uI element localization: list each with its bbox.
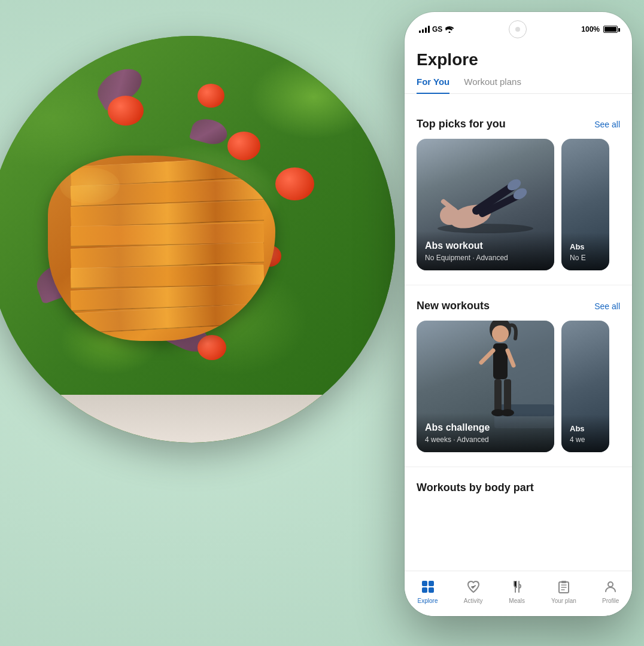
tomato [275,167,314,200]
nav-activity[interactable]: Activity [464,578,483,604]
partial-card-2-overlay: Abs 4 we [561,415,609,452]
new-workouts-title: New workouts [417,300,490,312]
carrier-label: GS [432,25,442,33]
svg-rect-15 [494,379,502,412]
chicken-highlight [60,167,120,203]
signal-bar-2 [422,29,424,33]
svg-rect-12 [493,343,508,379]
signal-area: GS [419,25,454,33]
phone-mockup: GS 100% Explore For You Workou [405,12,632,616]
clipboard-icon [555,578,572,595]
chicken-breast [48,156,275,341]
scroll-content[interactable]: Top picks for you See all [405,94,632,571]
svg-rect-20 [429,581,434,586]
your-plan-nav-label: Your plan [551,598,576,604]
app-title: Explore [417,50,620,69]
partial-card-subtitle: No E [570,254,601,262]
challenge-card-subtitle: 4 weeks · Advanced [425,435,546,444]
signal-bars [419,26,430,33]
svg-rect-16 [504,379,511,412]
phone-content: Explore For You Workout plans Top picks … [405,43,632,616]
partial-card-title: Abs [570,242,601,251]
signal-bar-3 [425,28,427,33]
camera-dot [515,27,520,32]
tomato [108,96,144,126]
signal-bar-4 [428,26,430,33]
nav-meals[interactable]: Meals [509,578,525,604]
top-picks-see-all[interactable]: See all [594,120,620,129]
challenge-card-title: Abs challenge [425,422,546,433]
new-workouts-see-all[interactable]: See all [594,301,620,311]
heart-icon [465,578,482,595]
explore-nav-label: Explore [418,598,438,604]
person-icon [602,578,619,595]
battery-fill [604,27,616,32]
new-workouts-partial-card: Abs 4 we [561,321,609,452]
partial-card-2-subtitle: 4 we [570,435,601,444]
section-header-top-picks: Top picks for you See all [417,118,620,130]
section-header-new-workouts: New workouts See all [417,300,620,312]
signal-bar-1 [419,31,421,33]
card-subtitle: No Equipment · Advanced [425,254,546,262]
svg-rect-21 [422,587,427,593]
new-workouts-cards: Abs challenge 4 weeks · Advanced Abs 4 w… [417,321,620,452]
top-picks-title: Top picks for you [417,118,506,130]
profile-nav-label: Profile [602,598,619,604]
bottom-nav: Explore Activity [405,571,632,616]
nav-your-plan[interactable]: Your plan [551,578,576,604]
top-picks-partial-card: Abs No E [561,139,609,270]
body-part-section: Workouts by body part [417,482,620,494]
tab-workout-plans[interactable]: Workout plans [464,77,521,94]
battery-icon [603,26,618,33]
abs-workout-card[interactable]: Abs workout No Equipment · Advanced [417,139,554,270]
meals-nav-label: Meals [509,598,525,604]
battery-percentage: 100% [581,25,600,33]
tab-bar: For You Workout plans [405,77,632,94]
card-title: Abs workout [425,240,546,251]
app-header: Explore For You Workout plans [405,43,632,94]
grid-icon [420,578,436,595]
section-divider-2 [405,467,632,467]
scene: GS 100% Explore For You Workou [0,0,644,646]
fork-knife-icon [509,578,525,595]
abs-challenge-card[interactable]: Abs challenge 4 weeks · Advanced [417,321,554,452]
bowl-rim [0,395,395,443]
body-part-title: Workouts by body part [417,482,620,494]
abs-challenge-figure [417,321,554,428]
challenge-card-overlay: Abs challenge 4 weeks · Advanced [417,413,554,452]
top-picks-section: Top picks for you See all [417,118,620,270]
tab-for-you[interactable]: For You [417,77,449,94]
section-divider-1 [405,285,632,285]
new-workouts-section: New workouts See all [417,300,620,452]
partial-card-overlay: Abs No E [561,233,609,270]
svg-rect-22 [429,587,434,593]
svg-point-30 [608,582,613,587]
salad-bowl [0,36,395,443]
svg-rect-19 [422,581,427,586]
svg-rect-29 [561,581,566,583]
nav-profile[interactable]: Profile [602,578,619,604]
status-bar: GS 100% [405,12,632,43]
card-overlay: Abs workout No Equipment · Advanced [417,231,554,270]
nav-explore[interactable]: Explore [418,578,438,604]
wifi-icon [445,26,454,33]
svg-line-13 [481,351,493,362]
top-picks-cards: Abs workout No Equipment · Advanced Abs … [417,139,620,270]
tomato [198,84,224,108]
battery-area: 100% [581,25,618,33]
activity-nav-label: Activity [464,598,483,604]
svg-point-11 [492,325,509,342]
camera-notch [509,20,527,38]
partial-card-2-title: Abs [570,424,601,433]
